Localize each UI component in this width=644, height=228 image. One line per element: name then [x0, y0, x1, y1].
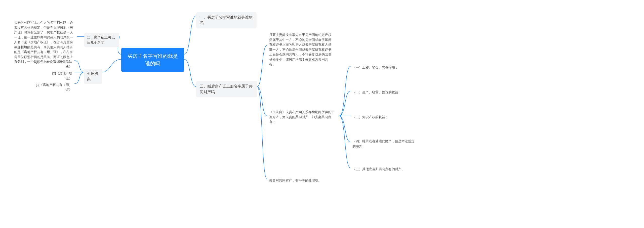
leaf-item-5: （五）其他应当归共同所有的财产。	[350, 166, 418, 173]
root-node[interactable]: 买房子名字写谁的就是谁的吗	[121, 48, 184, 72]
branch-q3[interactable]: 三、婚后房产证上加名字属于共同财产吗	[196, 81, 257, 97]
branch-deed-names[interactable]: 二、房产证上可以写几个名字	[84, 33, 119, 47]
branch-label: 一、买房子名字写谁的就是谁的吗	[200, 15, 253, 25]
leaf-civilcode-intro: 《民法典》夫妻在婚姻关系存续期间所得的下列财产，为夫妻的共同财产，归夫妻共同所有…	[267, 109, 339, 125]
branch-label: 引用法条	[87, 71, 98, 81]
leaf-ref-2: [2]《房地产权证》	[45, 70, 74, 82]
branch-q1[interactable]: 一、买房子名字写谁的就是谁的吗	[196, 12, 257, 28]
leaf-marital-ownership: 只要夫妻间没有事先对于房产明确约定产权归属于其中一方，不论购房合同或者房屋所有权…	[267, 31, 335, 68]
branch-references[interactable]: 引用法条	[84, 69, 102, 84]
leaf-equal-rights: 夫妻对共同财产，有平等的处理权。	[267, 177, 335, 184]
leaf-item-3: （三）知识产权的收益；	[350, 114, 418, 121]
leaf-item-4: （四）继承或者受赠的财产，但是本法规定的除外；	[350, 138, 418, 150]
leaf-item-2: （二）生产、经营、投资的收益；	[350, 89, 418, 96]
leaf-ref-1: [1]《中华人民共和国民法典》	[31, 58, 74, 70]
leaf-item-1: （一）工资、奖金、劳务报酬；	[350, 64, 418, 71]
branch-label: 三、婚后房产证上加名字属于共同财产吗	[200, 84, 253, 94]
branch-label: 二、房产证上可以写几个名字	[87, 35, 115, 44]
leaf-ref-3: [3]《房地产权共有（用）证》	[30, 81, 74, 93]
